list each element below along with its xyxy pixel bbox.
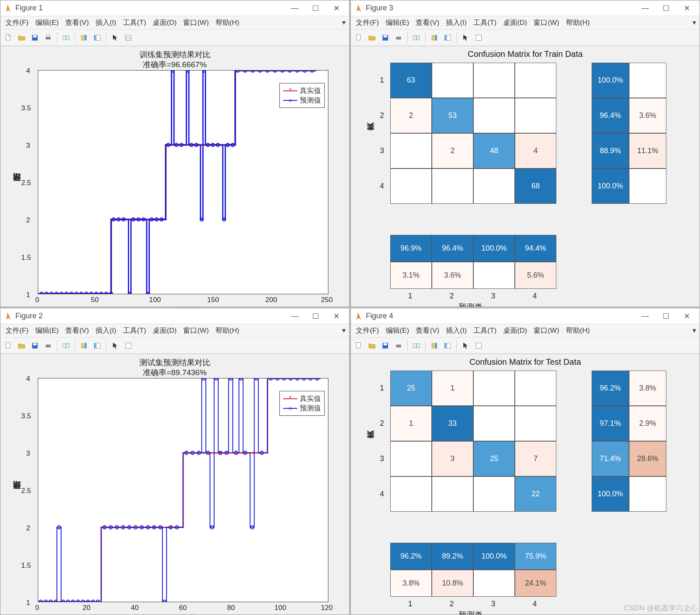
- menu-edit[interactable]: 编辑(E): [32, 324, 62, 337]
- menubar: 文件(F) 编辑(E) 查看(V) 插入(I) 工具(T) 桌面(D) 窗口(W…: [351, 324, 700, 337]
- maximize-button[interactable]: ☐: [656, 310, 676, 322]
- link-icon[interactable]: [60, 339, 72, 352]
- titlebar[interactable]: Figure 2 — ☐ ✕: [0, 308, 349, 324]
- print-icon[interactable]: [42, 339, 54, 352]
- menu-overflow-icon[interactable]: ▾: [690, 18, 698, 27]
- save-icon[interactable]: [379, 32, 392, 44]
- colorbar-icon[interactable]: [91, 32, 103, 44]
- menubar: 文件(F) 编辑(E) 查看(V) 插入(I) 工具(T) 桌面(D) 窗口(W…: [0, 16, 349, 29]
- menu-overflow-icon[interactable]: ▾: [340, 326, 348, 335]
- menu-overflow-icon[interactable]: ▾: [690, 326, 698, 335]
- menu-overflow-icon[interactable]: ▾: [340, 18, 348, 27]
- close-button[interactable]: ✕: [676, 310, 697, 322]
- datacursor-icon[interactable]: [428, 339, 441, 352]
- menu-file[interactable]: 文件(F): [352, 324, 382, 337]
- new-icon[interactable]: [352, 339, 365, 352]
- menu-insert[interactable]: 插入(I): [92, 324, 120, 337]
- minimize-button[interactable]: —: [635, 2, 656, 15]
- close-button[interactable]: ✕: [326, 2, 347, 15]
- open-icon[interactable]: [15, 32, 28, 44]
- properties-icon[interactable]: [122, 32, 135, 44]
- link-icon[interactable]: [410, 339, 423, 352]
- close-button[interactable]: ✕: [676, 2, 697, 15]
- menu-window[interactable]: 窗口(W): [530, 324, 562, 337]
- save-icon[interactable]: [379, 339, 392, 352]
- save-icon[interactable]: [29, 32, 41, 44]
- menu-file[interactable]: 文件(F): [2, 16, 32, 29]
- menu-window[interactable]: 窗口(W): [530, 16, 562, 29]
- datacursor-icon[interactable]: [78, 339, 90, 352]
- titlebar[interactable]: Figure 1 — ☐ ✕: [0, 0, 349, 16]
- link-icon[interactable]: [410, 32, 423, 44]
- menu-view[interactable]: 查看(V): [412, 16, 443, 29]
- menu-edit[interactable]: 编辑(E): [32, 16, 62, 29]
- open-icon[interactable]: [15, 339, 28, 352]
- svg-rect-5: [63, 36, 66, 40]
- menu-window[interactable]: 窗口(W): [180, 324, 212, 337]
- svg-rect-85: [94, 343, 96, 348]
- menu-view[interactable]: 查看(V): [412, 324, 443, 337]
- new-icon[interactable]: [352, 32, 365, 44]
- legend[interactable]: *真实值 ○预测值: [279, 83, 325, 108]
- menu-file[interactable]: 文件(F): [352, 16, 382, 29]
- maximize-button[interactable]: ☐: [305, 310, 326, 322]
- svg-rect-72: [431, 35, 434, 40]
- datacursor-icon[interactable]: [78, 32, 90, 44]
- menu-view[interactable]: 查看(V): [62, 324, 92, 337]
- menu-help[interactable]: 帮助(H): [563, 324, 593, 337]
- close-button[interactable]: ✕: [326, 310, 347, 322]
- menu-help[interactable]: 帮助(H): [563, 16, 593, 29]
- datacursor-icon[interactable]: [428, 32, 441, 44]
- minimize-button[interactable]: —: [284, 2, 305, 15]
- link-icon[interactable]: [60, 32, 72, 44]
- titlebar[interactable]: Figure 3 — ☐ ✕: [351, 0, 700, 16]
- menu-view[interactable]: 查看(V): [62, 16, 92, 29]
- pointer-icon[interactable]: [109, 32, 121, 44]
- maximize-button[interactable]: ☐: [305, 2, 326, 15]
- minimize-button[interactable]: —: [635, 310, 656, 322]
- save-icon[interactable]: [29, 339, 41, 352]
- svg-rect-151: [356, 342, 360, 348]
- menu-tools[interactable]: 工具(T): [120, 324, 149, 337]
- menu-desktop[interactable]: 桌面(D): [149, 324, 180, 337]
- svg-rect-77: [6, 342, 10, 348]
- menu-desktop[interactable]: 桌面(D): [500, 16, 531, 29]
- new-icon[interactable]: [2, 339, 15, 352]
- new-icon[interactable]: [2, 32, 15, 44]
- properties-icon[interactable]: [472, 339, 485, 352]
- menu-help[interactable]: 帮助(H): [212, 324, 243, 337]
- colorbar-icon[interactable]: [441, 339, 454, 352]
- titlebar[interactable]: Figure 4 — ☐ ✕: [351, 308, 700, 324]
- properties-icon[interactable]: [122, 339, 135, 352]
- print-icon[interactable]: [42, 32, 54, 44]
- minimize-button[interactable]: —: [284, 310, 305, 322]
- plot-axes[interactable]: *真实值 ○预测值: [38, 378, 328, 602]
- menu-insert[interactable]: 插入(I): [443, 324, 470, 337]
- menu-file[interactable]: 文件(F): [2, 324, 32, 337]
- menu-edit[interactable]: 编辑(E): [382, 324, 413, 337]
- pointer-icon[interactable]: [109, 339, 121, 352]
- menu-desktop[interactable]: 桌面(D): [500, 324, 531, 337]
- menu-tools[interactable]: 工具(T): [470, 324, 500, 337]
- print-icon[interactable]: [392, 339, 405, 352]
- legend[interactable]: *真实值 ○预测值: [279, 391, 325, 416]
- menu-insert[interactable]: 插入(I): [443, 16, 470, 29]
- figure-3-window: Figure 3 — ☐ ✕ 文件(F) 编辑(E) 查看(V) 插入(I) 工…: [350, 0, 700, 307]
- menu-tools[interactable]: 工具(T): [120, 16, 149, 29]
- plot-axes[interactable]: *真实值 ○预测值: [38, 70, 328, 294]
- open-icon[interactable]: [366, 339, 378, 352]
- menu-edit[interactable]: 编辑(E): [382, 16, 413, 29]
- menu-desktop[interactable]: 桌面(D): [149, 16, 180, 29]
- properties-icon[interactable]: [472, 32, 485, 44]
- pointer-icon[interactable]: [459, 339, 472, 352]
- menu-insert[interactable]: 插入(I): [92, 16, 120, 29]
- open-icon[interactable]: [366, 32, 378, 44]
- menu-help[interactable]: 帮助(H): [212, 16, 243, 29]
- menu-tools[interactable]: 工具(T): [470, 16, 500, 29]
- menu-window[interactable]: 窗口(W): [180, 16, 212, 29]
- colorbar-icon[interactable]: [91, 339, 103, 352]
- maximize-button[interactable]: ☐: [656, 2, 676, 15]
- pointer-icon[interactable]: [459, 32, 472, 44]
- colorbar-icon[interactable]: [441, 32, 454, 44]
- print-icon[interactable]: [392, 32, 405, 44]
